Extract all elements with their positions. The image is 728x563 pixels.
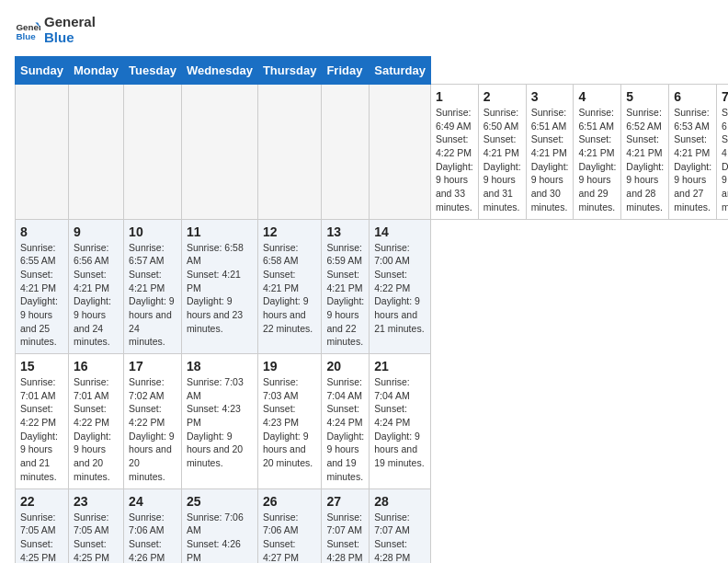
day-number: 16 bbox=[74, 359, 119, 373]
calendar-cell: 23 Sunrise: 7:05 AMSunset: 4:25 PMDaylig… bbox=[68, 488, 123, 563]
calendar-cell: 25 Sunrise: 7:06 AMSunset: 4:26 PMDaylig… bbox=[181, 488, 257, 563]
day-info: Sunrise: 7:02 AMSunset: 4:22 PMDaylight:… bbox=[129, 376, 175, 482]
calendar-cell: 10 Sunrise: 6:57 AMSunset: 4:21 PMDaylig… bbox=[124, 219, 182, 354]
day-info: Sunrise: 6:53 AMSunset: 4:21 PMDaylight:… bbox=[674, 107, 711, 213]
calendar-cell: 19 Sunrise: 7:03 AMSunset: 4:23 PMDaylig… bbox=[257, 354, 322, 489]
calendar-cell: 12 Sunrise: 6:58 AMSunset: 4:21 PMDaylig… bbox=[257, 219, 322, 354]
day-number: 19 bbox=[263, 359, 317, 373]
weekday-header-thursday: Thursday bbox=[257, 57, 322, 85]
day-number: 8 bbox=[20, 224, 63, 239]
day-info: Sunrise: 7:03 AMSunset: 4:23 PMDaylight:… bbox=[263, 376, 313, 468]
calendar-cell: 18 Sunrise: 7:03 AMSunset: 4:23 PMDaylig… bbox=[181, 354, 257, 489]
day-info: Sunrise: 7:03 AMSunset: 4:23 PMDaylight:… bbox=[187, 376, 244, 468]
calendar-week-row: 8 Sunrise: 6:55 AMSunset: 4:21 PMDayligh… bbox=[16, 219, 729, 354]
day-info: Sunrise: 7:04 AMSunset: 4:24 PMDaylight:… bbox=[374, 376, 424, 468]
calendar-cell: 27 Sunrise: 7:07 AMSunset: 4:28 PMDaylig… bbox=[322, 488, 370, 563]
weekday-header-saturday: Saturday bbox=[370, 57, 431, 85]
calendar-cell: 20 Sunrise: 7:04 AMSunset: 4:24 PMDaylig… bbox=[322, 354, 370, 489]
day-info: Sunrise: 6:59 AMSunset: 4:21 PMDaylight:… bbox=[326, 242, 364, 348]
calendar-cell: 2 Sunrise: 6:50 AMSunset: 4:21 PMDayligh… bbox=[478, 85, 526, 220]
day-info: Sunrise: 6:54 AMSunset: 4:21 PMDaylight:… bbox=[722, 107, 728, 213]
day-info: Sunrise: 6:50 AMSunset: 4:21 PMDaylight:… bbox=[483, 107, 521, 213]
calendar-cell: 14 Sunrise: 7:00 AMSunset: 4:22 PMDaylig… bbox=[370, 219, 431, 354]
calendar-cell: 4 Sunrise: 6:51 AMSunset: 4:21 PMDayligh… bbox=[574, 85, 621, 220]
calendar-cell bbox=[181, 85, 257, 220]
day-number: 28 bbox=[374, 494, 426, 509]
day-info: Sunrise: 6:58 AMSunset: 4:21 PMDaylight:… bbox=[263, 242, 313, 334]
calendar-week-row: 22 Sunrise: 7:05 AMSunset: 4:25 PMDaylig… bbox=[16, 488, 729, 563]
calendar-cell: 13 Sunrise: 6:59 AMSunset: 4:21 PMDaylig… bbox=[322, 219, 370, 354]
day-number: 14 bbox=[374, 224, 426, 239]
day-info: Sunrise: 7:06 AMSunset: 4:26 PMDaylight:… bbox=[129, 511, 175, 564]
calendar-cell: 22 Sunrise: 7:05 AMSunset: 4:25 PMDaylig… bbox=[16, 488, 69, 563]
day-info: Sunrise: 6:55 AMSunset: 4:21 PMDaylight:… bbox=[20, 242, 58, 348]
day-info: Sunrise: 7:06 AMSunset: 4:27 PMDaylight:… bbox=[263, 511, 313, 564]
day-info: Sunrise: 7:05 AMSunset: 4:25 PMDaylight:… bbox=[74, 511, 111, 564]
calendar-cell: 7 Sunrise: 6:54 AMSunset: 4:21 PMDayligh… bbox=[717, 85, 728, 220]
day-info: Sunrise: 7:01 AMSunset: 4:22 PMDaylight:… bbox=[74, 376, 111, 482]
calendar-week-row: 1 Sunrise: 6:49 AMSunset: 4:22 PMDayligh… bbox=[16, 85, 729, 220]
day-info: Sunrise: 6:49 AMSunset: 4:22 PMDaylight:… bbox=[436, 107, 473, 213]
day-number: 12 bbox=[263, 224, 317, 239]
day-number: 23 bbox=[74, 494, 119, 509]
day-info: Sunrise: 7:05 AMSunset: 4:25 PMDaylight:… bbox=[20, 511, 58, 564]
day-number: 22 bbox=[20, 494, 63, 509]
day-number: 3 bbox=[531, 89, 569, 104]
day-number: 7 bbox=[722, 89, 728, 104]
day-number: 6 bbox=[674, 89, 711, 104]
calendar-cell: 5 Sunrise: 6:52 AMSunset: 4:21 PMDayligh… bbox=[621, 85, 669, 220]
weekday-header-row: SundayMondayTuesdayWednesdayThursdayFrid… bbox=[16, 57, 729, 85]
day-number: 9 bbox=[74, 224, 119, 239]
calendar-cell bbox=[257, 85, 322, 220]
svg-text:Blue: Blue bbox=[16, 30, 36, 40]
calendar-cell: 8 Sunrise: 6:55 AMSunset: 4:21 PMDayligh… bbox=[16, 219, 69, 354]
day-info: Sunrise: 7:01 AMSunset: 4:22 PMDaylight:… bbox=[20, 376, 58, 482]
weekday-header-tuesday: Tuesday bbox=[124, 57, 182, 85]
logo-blue: Blue bbox=[44, 30, 96, 46]
calendar-cell bbox=[124, 85, 182, 220]
calendar-cell: 21 Sunrise: 7:04 AMSunset: 4:24 PMDaylig… bbox=[370, 354, 431, 489]
weekday-header-sunday: Sunday bbox=[16, 57, 69, 85]
day-info: Sunrise: 6:57 AMSunset: 4:21 PMDaylight:… bbox=[129, 242, 175, 348]
calendar-cell bbox=[370, 85, 431, 220]
day-info: Sunrise: 7:07 AMSunset: 4:28 PMDaylight:… bbox=[326, 511, 364, 564]
day-number: 13 bbox=[326, 224, 364, 239]
calendar-cell: 9 Sunrise: 6:56 AMSunset: 4:21 PMDayligh… bbox=[68, 219, 123, 354]
calendar-cell bbox=[322, 85, 370, 220]
day-number: 15 bbox=[20, 359, 63, 373]
day-info: Sunrise: 7:04 AMSunset: 4:24 PMDaylight:… bbox=[326, 376, 364, 482]
calendar-cell: 26 Sunrise: 7:06 AMSunset: 4:27 PMDaylig… bbox=[257, 488, 322, 563]
calendar-cell: 15 Sunrise: 7:01 AMSunset: 4:22 PMDaylig… bbox=[16, 354, 69, 489]
calendar-table: SundayMondayTuesdayWednesdayThursdayFrid… bbox=[15, 56, 728, 563]
day-number: 5 bbox=[626, 89, 664, 104]
calendar-week-row: 15 Sunrise: 7:01 AMSunset: 4:22 PMDaylig… bbox=[16, 354, 729, 489]
calendar-cell bbox=[68, 85, 123, 220]
logo-general: General bbox=[44, 15, 96, 30]
calendar-cell: 1 Sunrise: 6:49 AMSunset: 4:22 PMDayligh… bbox=[430, 85, 478, 220]
day-number: 20 bbox=[326, 359, 364, 373]
calendar-cell bbox=[16, 85, 69, 220]
page-header: General Blue General Blue bbox=[15, 15, 713, 45]
calendar-cell: 17 Sunrise: 7:02 AMSunset: 4:22 PMDaylig… bbox=[124, 354, 182, 489]
day-number: 25 bbox=[187, 494, 253, 509]
day-info: Sunrise: 7:06 AMSunset: 4:26 PMDaylight:… bbox=[187, 511, 244, 564]
day-info: Sunrise: 6:51 AMSunset: 4:21 PMDaylight:… bbox=[578, 107, 616, 213]
calendar-cell: 16 Sunrise: 7:01 AMSunset: 4:22 PMDaylig… bbox=[68, 354, 123, 489]
calendar-cell: 28 Sunrise: 7:07 AMSunset: 4:28 PMDaylig… bbox=[370, 488, 431, 563]
day-number: 24 bbox=[129, 494, 176, 509]
day-info: Sunrise: 6:56 AMSunset: 4:21 PMDaylight:… bbox=[74, 242, 111, 348]
calendar-cell: 24 Sunrise: 7:06 AMSunset: 4:26 PMDaylig… bbox=[124, 488, 182, 563]
day-number: 2 bbox=[483, 89, 521, 104]
day-info: Sunrise: 6:58 AMSunset: 4:21 PMDaylight:… bbox=[187, 242, 244, 334]
weekday-header-wednesday: Wednesday bbox=[181, 57, 257, 85]
calendar-cell: 11 Sunrise: 6:58 AMSunset: 4:21 PMDaylig… bbox=[181, 219, 257, 354]
day-number: 4 bbox=[578, 89, 616, 104]
day-info: Sunrise: 7:07 AMSunset: 4:28 PMDaylight:… bbox=[374, 511, 424, 564]
day-number: 11 bbox=[187, 224, 253, 239]
logo: General Blue General Blue bbox=[15, 15, 96, 45]
day-number: 21 bbox=[374, 359, 426, 373]
day-number: 17 bbox=[129, 359, 176, 373]
day-number: 27 bbox=[326, 494, 364, 509]
calendar-cell: 3 Sunrise: 6:51 AMSunset: 4:21 PMDayligh… bbox=[526, 85, 574, 220]
calendar-cell: 6 Sunrise: 6:53 AMSunset: 4:21 PMDayligh… bbox=[669, 85, 717, 220]
